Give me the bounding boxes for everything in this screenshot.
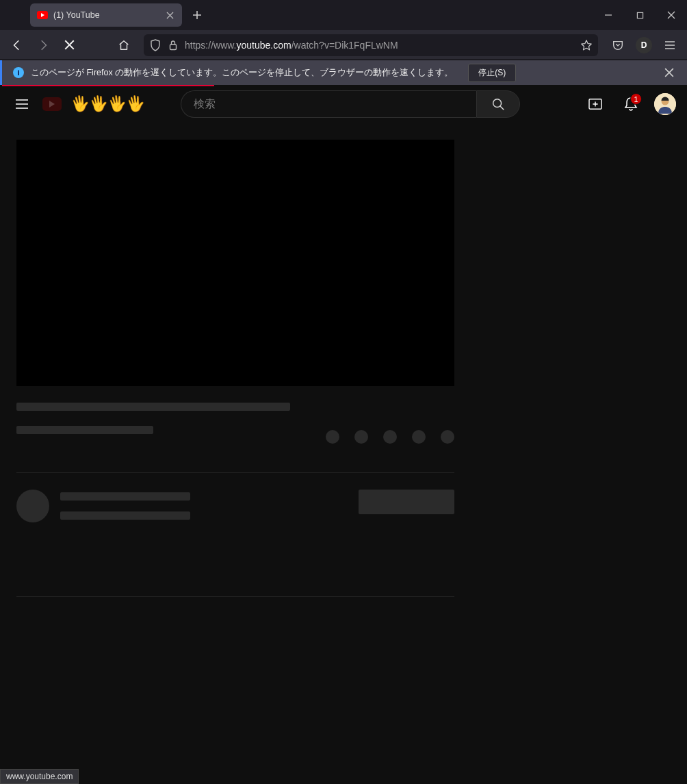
pocket-button[interactable] — [606, 34, 630, 56]
window-maximize-button[interactable] — [624, 0, 656, 30]
youtube-logo-icon — [42, 97, 62, 111]
home-button[interactable] — [112, 34, 135, 56]
stop-reload-button[interactable] — [57, 34, 81, 56]
search-input[interactable] — [181, 90, 476, 118]
skeleton-channel-line — [60, 492, 190, 501]
svg-rect-1 — [170, 45, 177, 50]
tab-title: (1) YouTube — [53, 10, 159, 20]
youtube-page — [0, 123, 687, 597]
app-menu-button[interactable] — [658, 34, 682, 56]
tracking-protection-icon[interactable] — [149, 39, 161, 51]
notification-close-button[interactable] — [660, 63, 679, 82]
url-path: /watch?v=Dik1FqFLwNM — [291, 40, 398, 51]
create-button[interactable] — [583, 92, 608, 116]
back-button[interactable] — [5, 34, 29, 56]
youtube-header: 🖐 🖐 🖐 🖐 1 — [0, 85, 687, 123]
url-prefix: https://www. — [185, 40, 236, 51]
channel-skeleton — [16, 485, 454, 527]
stop-script-button[interactable]: 停止(S) — [468, 64, 516, 82]
status-bar: www.youtube.com — [0, 769, 79, 784]
url-host: youtube.com — [236, 40, 291, 51]
youtube-favicon-icon — [37, 10, 48, 21]
skeleton-dot — [441, 430, 454, 444]
svg-rect-0 — [637, 12, 643, 18]
video-meta-skeleton — [16, 403, 454, 457]
skeleton-avatar — [16, 490, 49, 522]
bookmark-star-icon[interactable] — [580, 39, 593, 51]
primary-column — [16, 140, 454, 597]
skeleton-dot — [354, 430, 368, 444]
notification-message: このページが Firefox の動作を遅くしています。このページを停止して、ブラ… — [31, 67, 453, 79]
divider — [16, 596, 454, 597]
skeleton-title-line — [16, 403, 290, 411]
browser-toolbar: https://www.youtube.com/watch?v=Dik1FqFL… — [0, 30, 687, 60]
skeleton-dot — [412, 430, 426, 444]
window-titlebar: (1) YouTube — [0, 0, 687, 30]
tab-close-button[interactable] — [164, 10, 175, 21]
skeleton-subtitle-line — [16, 426, 153, 434]
divider — [16, 472, 454, 473]
search-button[interactable] — [476, 90, 520, 118]
skeleton-dot — [326, 430, 339, 444]
youtube-logo[interactable] — [42, 97, 62, 111]
notifications-badge: 1 — [630, 93, 642, 105]
account-avatar[interactable] — [654, 93, 676, 115]
new-tab-button[interactable] — [186, 5, 208, 25]
window-minimize-button[interactable] — [593, 0, 624, 30]
notifications-button[interactable]: 1 — [619, 92, 643, 116]
video-player[interactable] — [16, 140, 454, 386]
logo-doodle-hands-icon: 🖐 🖐 🖐 🖐 — [71, 97, 145, 112]
guide-menu-button[interactable] — [11, 93, 33, 115]
lock-icon[interactable] — [167, 39, 179, 51]
window-close-button[interactable] — [656, 0, 687, 30]
svg-point-2 — [493, 99, 502, 108]
url-text: https://www.youtube.com/watch?v=Dik1FqFL… — [185, 40, 575, 51]
skeleton-subscribe-button — [359, 490, 454, 514]
skeleton-action-dots — [326, 430, 454, 444]
skeleton-dot — [383, 430, 397, 444]
extension-button[interactable]: D — [632, 34, 656, 56]
status-text: www.youtube.com — [6, 772, 73, 781]
tab-strip: (1) YouTube — [0, 0, 593, 30]
window-controls — [593, 0, 687, 30]
info-icon: i — [13, 67, 24, 78]
skeleton-channel-line — [60, 511, 190, 520]
url-bar[interactable]: https://www.youtube.com/watch?v=Dik1FqFL… — [144, 34, 598, 56]
youtube-search — [181, 90, 520, 118]
browser-tab[interactable]: (1) YouTube — [30, 3, 182, 27]
extension-badge-label: D — [636, 37, 652, 53]
slow-script-notification: i このページが Firefox の動作を遅くしています。このページを停止して、… — [0, 60, 687, 85]
forward-button[interactable] — [31, 34, 55, 56]
